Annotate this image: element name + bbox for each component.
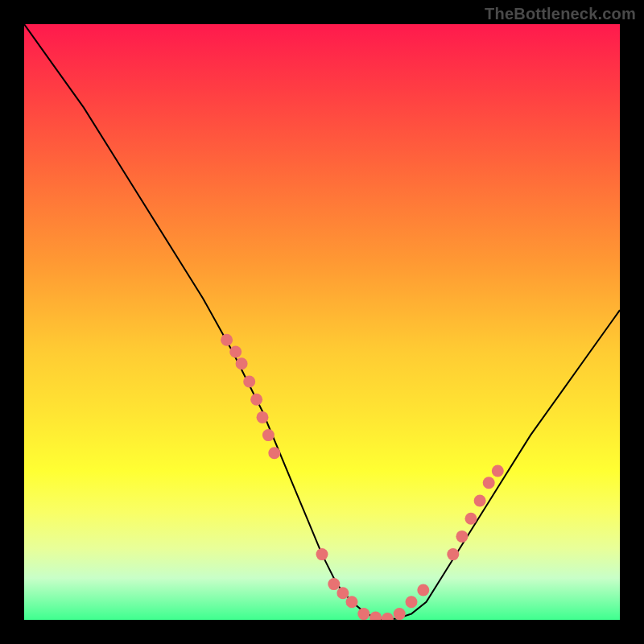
highlight-dot [250,394,262,406]
highlight-dot [336,587,349,599]
highlight-dot [328,578,340,590]
highlight-dot [243,376,255,388]
highlight-dot [447,548,459,560]
highlight-dots-right [447,465,504,561]
watermark-text: TheBottleneck.com [485,5,636,23]
bottleneck-curve [24,24,620,620]
chart-frame: TheBottleneck.com [0,0,644,644]
highlight-dot [394,608,406,620]
highlight-dot [229,346,242,358]
highlight-dot [483,477,495,489]
highlight-dot [257,411,269,423]
chart-svg [24,24,620,620]
highlight-dot [492,465,504,477]
highlight-dot [474,495,486,507]
highlight-dot [262,429,275,441]
highlight-dots-left [221,334,280,460]
highlight-dot [456,530,468,543]
highlight-dot [465,513,477,525]
highlight-dot [382,613,394,620]
highlight-dot [316,548,328,560]
highlight-dot [221,334,233,346]
highlight-dot [357,608,369,620]
highlight-dot [236,357,248,369]
highlight-dot [369,612,382,621]
highlight-dot [417,584,429,597]
highlight-dots-bottom [316,548,430,620]
highlight-dot [346,596,358,608]
highlight-dot [406,596,418,608]
highlight-dot [268,447,280,459]
plot-area [24,24,620,620]
